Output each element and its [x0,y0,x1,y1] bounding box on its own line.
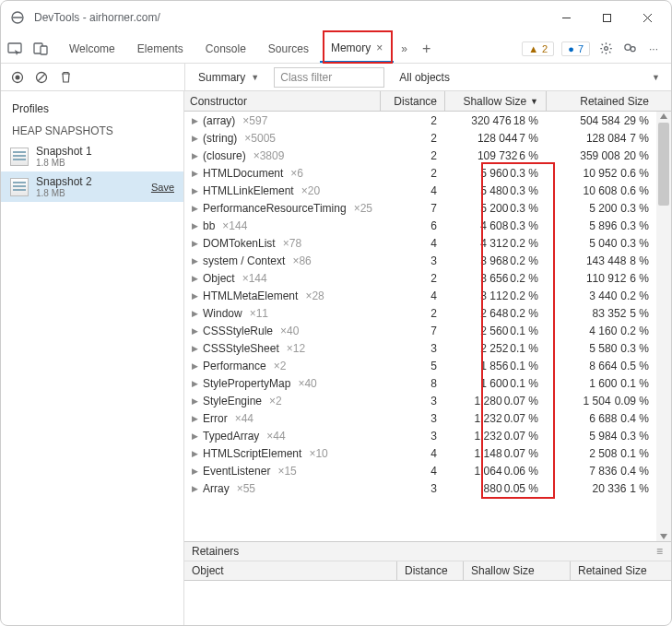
expand-icon[interactable]: ▶ [190,204,199,213]
header-constructor[interactable]: Constructor [184,95,380,108]
snapshot-item[interactable]: Snapshot 2 1.8 MB Save [1,171,183,202]
profiles-sidebar: Profiles HEAP SNAPSHOTS Snapshot 1 1.8 M… [1,91,184,625]
table-row[interactable]: ▶ (closure) ×3809 2 109 7326 % 359 00820… [184,147,671,164]
table-row[interactable]: ▶ CSSStyleSheet ×12 3 2 2520.1 % 5 5800.… [184,339,671,357]
expand-icon[interactable]: ▶ [190,326,199,336]
expand-icon[interactable]: ▶ [190,467,199,476]
tab-sources[interactable]: Sources [257,34,320,63]
summary-select[interactable]: Summary ▼ [191,71,266,84]
shallow-pct: 0.1 % [510,360,538,372]
retainers-menu-icon[interactable]: ≡ [656,545,664,558]
clear-icon[interactable] [34,70,49,85]
scope-select[interactable]: All objects [392,71,450,84]
table-row[interactable]: ▶ HTMLMetaElement ×28 4 3 1120.2 % 3 440… [184,287,671,304]
expand-icon[interactable]: ▶ [190,256,199,266]
table-row[interactable]: ▶ (array) ×597 2 320 47618 % 504 58429 % [184,112,671,129]
settings-icon[interactable] [597,41,614,55]
expand-icon[interactable]: ▶ [190,449,199,458]
table-row[interactable]: ▶ DOMTokenList ×78 4 4 3120.2 % 5 0400.3… [184,234,671,252]
expand-icon[interactable]: ▶ [190,379,199,388]
expand-icon[interactable]: ▶ [190,186,199,195]
retained-size: 5 896 [589,219,617,232]
tab-welcome[interactable]: Welcome [58,34,126,63]
table-row[interactable]: ▶ StylePropertyMap ×40 8 1 6000.1 % 1 60… [184,374,671,392]
record-icon[interactable] [10,70,25,85]
more-tabs-icon[interactable]: » [394,42,415,55]
ret-header-object[interactable]: Object [184,564,396,577]
expand-icon[interactable]: ▶ [190,169,199,178]
inspect-icon[interactable] [6,41,23,56]
expand-icon[interactable]: ▶ [190,291,199,301]
new-tab-button[interactable]: + [415,41,438,57]
table-row[interactable]: ▶ Object ×144 2 3 6560.2 % 110 9126 % [184,269,671,287]
svg-point-8 [604,47,607,51]
expand-icon[interactable]: ▶ [190,361,199,371]
header-distance[interactable]: Distance [380,91,444,111]
delete-icon[interactable] [58,70,73,85]
retained-size: 7 836 [589,465,617,478]
table-row[interactable]: ▶ HTMLDocument ×6 2 5 9600.3 % 10 9520.6… [184,164,671,182]
table-row[interactable]: ▶ bb ×144 6 4 6080.3 % 5 8960.3 % [184,217,671,234]
maximize-button[interactable] [590,5,623,30]
constructor-name: HTMLScriptElement [203,447,301,460]
minimize-button[interactable] [549,5,583,30]
distance-value: 3 [380,342,444,355]
expand-icon[interactable]: ▶ [190,484,199,493]
ret-header-distance[interactable]: Distance [396,561,463,580]
shallow-pct: 0.07 % [504,447,538,460]
expand-icon[interactable]: ▶ [190,116,199,125]
table-row[interactable]: ▶ Error ×44 3 1 2320.07 % 6 6880.4 % [184,409,671,427]
expand-icon[interactable]: ▶ [190,221,199,230]
table-row[interactable]: ▶ Performance ×2 5 1 8560.1 % 8 6640.5 % [184,357,671,374]
table-row[interactable]: ▶ StyleEngine ×2 3 1 2800.07 % 1 5040.09… [184,392,671,409]
save-link[interactable]: Save [151,182,174,193]
info-badge[interactable]: ● 7 [561,41,590,56]
tab-console[interactable]: Console [195,34,257,63]
tab-memory[interactable]: Memory× [320,34,394,63]
table-row[interactable]: ▶ Array ×55 3 8800.05 % 20 3361 % [184,479,671,497]
expand-icon[interactable]: ▶ [190,344,199,353]
constructor-name: Window [203,307,242,320]
expand-icon[interactable]: ▶ [190,274,199,283]
scope-label: All objects [399,71,450,84]
snapshot-item[interactable]: Snapshot 1 1.8 MB [1,141,183,171]
expand-icon[interactable]: ▶ [190,151,199,160]
table-row[interactable]: ▶ TypedArray ×44 3 1 2320.07 % 5 9840.3 … [184,427,671,444]
table-row[interactable]: ▶ HTMLScriptElement ×10 4 1 1480.07 % 2 … [184,444,671,462]
retained-pct: 0.3 % [620,430,649,443]
class-filter-placeholder: Class filter [280,71,332,84]
header-shallow[interactable]: Shallow Size▼ [444,91,546,111]
close-icon[interactable]: × [376,41,383,54]
feedback-icon[interactable] [621,41,638,55]
expand-icon[interactable]: ▶ [190,396,199,406]
expand-icon[interactable]: ▶ [190,239,199,248]
device-toggle-icon[interactable] [32,41,49,56]
tab-label: Console [206,42,246,55]
ret-header-retained[interactable]: Retained Size [570,561,671,580]
warnings-badge[interactable]: ▲ 2 [522,41,554,56]
ret-header-shallow[interactable]: Shallow Size [463,561,570,580]
table-row[interactable]: ▶ EventListener ×15 4 1 0640.06 % 7 8360… [184,462,671,479]
close-button[interactable] [631,5,664,30]
header-retained[interactable]: Retained Size [546,91,656,111]
expand-icon[interactable]: ▶ [190,414,199,423]
class-filter-input[interactable]: Class filter [274,67,384,88]
expand-icon[interactable]: ▶ [190,134,199,143]
table-row[interactable]: ▶ (string) ×5005 2 128 0447 % 128 0847 % [184,129,671,147]
table-row[interactable]: ▶ PerformanceResourceTiming ×25 7 5 2000… [184,199,671,217]
tab-elements[interactable]: Elements [126,34,195,63]
retained-size: 5 984 [589,430,617,443]
scrollbar-thumb[interactable] [658,123,669,206]
table-row[interactable]: ▶ HTMLLinkElement ×20 4 5 4800.3 % 10 60… [184,182,671,199]
retained-size: 5 040 [589,237,617,250]
table-row[interactable]: ▶ system / Context ×86 3 3 9680.2 % 143 … [184,252,671,269]
more-menu-icon[interactable]: ··· [645,42,662,55]
table-row[interactable]: ▶ Window ×11 2 2 6480.2 % 83 3525 % [184,304,671,322]
shallow-pct: 0.07 % [504,412,538,425]
vertical-scrollbar[interactable] [656,112,671,541]
table-row[interactable]: ▶ CSSStyleRule ×40 7 2 5600.1 % 4 1600.2… [184,322,671,339]
retained-pct: 29 % [624,114,649,127]
expand-icon[interactable]: ▶ [190,431,199,441]
expand-icon[interactable]: ▶ [190,309,199,318]
summary-label: Summary [198,71,245,84]
